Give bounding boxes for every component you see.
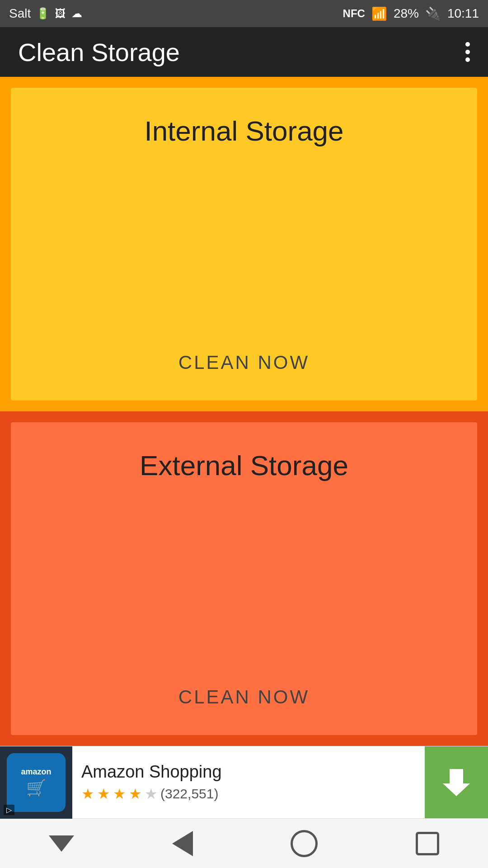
nfc-icon: NFC: [343, 7, 365, 20]
nav-bar: [0, 818, 488, 868]
status-bar-left: Salt 🔋 🖼 ☁: [9, 6, 82, 21]
status-bar: Salt 🔋 🖼 ☁ NFC 📶 28% 🔌 10:11: [0, 0, 488, 27]
more-dot-2: [465, 50, 470, 54]
external-storage-title: External Storage: [140, 449, 348, 481]
svg-rect-0: [450, 769, 463, 783]
download-icon: [441, 767, 472, 798]
battery-percent: 28%: [394, 6, 419, 21]
image-icon: 🖼: [55, 7, 66, 20]
ad-app-icon: amazon 🛒: [7, 753, 66, 812]
star-5: ★: [145, 785, 158, 802]
nav-home-button[interactable]: [291, 830, 318, 857]
ad-title: Amazon Shopping: [81, 762, 416, 782]
star-1: ★: [81, 785, 94, 802]
external-storage-card: External Storage CLEAN NOW: [11, 422, 477, 735]
ad-info: Amazon Shopping ★ ★ ★ ★ ★ (322,551): [72, 762, 425, 802]
ad-rating-count: (322,551): [160, 786, 218, 802]
internal-storage-card: Internal Storage CLEAN NOW: [11, 88, 477, 401]
internal-storage-title: Internal Storage: [144, 115, 343, 147]
battery-charging-icon: 🔋: [36, 7, 50, 20]
svg-marker-1: [443, 783, 470, 796]
ad-play-badge: ▷: [4, 805, 14, 815]
nav-back-button[interactable]: [172, 831, 193, 856]
home-icon: [291, 830, 318, 857]
external-storage-section: External Storage CLEAN NOW: [0, 411, 488, 746]
chevron-down-icon: [49, 835, 74, 852]
internal-clean-now-button[interactable]: CLEAN NOW: [178, 352, 310, 373]
ad-download-button[interactable]: [425, 746, 488, 819]
main-content: Internal Storage CLEAN NOW External Stor…: [0, 77, 488, 746]
back-icon: [172, 831, 193, 856]
more-dot-1: [465, 42, 470, 47]
ad-app-icon-wrapper: amazon 🛒 ▷: [0, 746, 72, 819]
signal-icon: 📶: [371, 6, 387, 21]
ad-cart-icon: 🛒: [26, 778, 47, 797]
external-clean-now-button[interactable]: CLEAN NOW: [178, 686, 310, 708]
recent-apps-icon: [416, 832, 439, 855]
nav-pull-down-button[interactable]: [49, 835, 74, 852]
ad-banner: amazon 🛒 ▷ Amazon Shopping ★ ★ ★ ★ ★ (32…: [0, 746, 488, 818]
internal-storage-section: Internal Storage CLEAN NOW: [0, 77, 488, 411]
more-dot-3: [465, 57, 470, 62]
star-4: ★: [129, 785, 142, 802]
nav-recent-button[interactable]: [416, 832, 439, 855]
clock: 10:11: [447, 6, 479, 21]
star-2: ★: [97, 785, 110, 802]
more-options-button[interactable]: [465, 42, 470, 62]
ad-amazon-text: amazon: [21, 767, 51, 777]
cloud-icon: ☁: [71, 7, 82, 20]
star-3: ★: [113, 785, 126, 802]
ad-stars: ★ ★ ★ ★ ★ (322,551): [81, 785, 416, 802]
status-bar-right: NFC 📶 28% 🔌 10:11: [343, 6, 479, 21]
power-icon: 🔌: [425, 6, 441, 21]
app-bar: Clean Storage: [0, 27, 488, 77]
app-title: Clean Storage: [18, 38, 180, 67]
carrier-label: Salt: [9, 6, 31, 21]
